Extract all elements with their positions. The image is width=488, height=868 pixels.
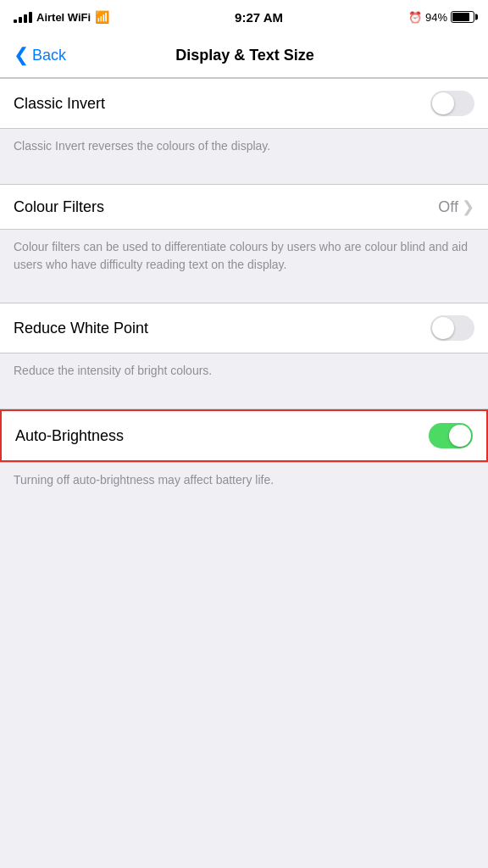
- colour-filters-description: Colour filters can be used to differenti…: [0, 230, 488, 286]
- spacer-1: [0, 167, 488, 184]
- reduce-white-point-toggle-thumb: [432, 317, 454, 339]
- classic-invert-toggle-thumb: [432, 92, 454, 114]
- alarm-icon: ⏰: [408, 11, 422, 24]
- signal-icon: [14, 12, 32, 23]
- back-chevron-icon: ❮: [14, 46, 29, 64]
- colour-filters-label: Colour Filters: [14, 198, 104, 216]
- auto-brightness-label: Auto-Brightness: [15, 427, 124, 445]
- colour-filters-status: Off: [438, 198, 458, 216]
- spacer-2: [0, 286, 488, 303]
- auto-brightness-toggle-thumb: [449, 425, 471, 447]
- classic-invert-group: Classic Invert: [0, 78, 488, 129]
- colour-filters-row[interactable]: Colour Filters Off ❯: [0, 185, 488, 229]
- spacer-3: [0, 392, 488, 409]
- reduce-white-point-section: Reduce White Point Reduce the intensity …: [0, 303, 488, 392]
- classic-invert-description: Classic Invert reverses the colours of t…: [0, 129, 488, 167]
- auto-brightness-section: Auto-Brightness Turning off auto-brightn…: [0, 409, 488, 501]
- classic-invert-section: Classic Invert Classic Invert reverses t…: [0, 78, 488, 167]
- reduce-white-point-toggle[interactable]: [430, 315, 474, 341]
- status-right: ⏰ 94%: [408, 11, 474, 24]
- reduce-white-point-group: Reduce White Point: [0, 303, 488, 353]
- classic-invert-label: Classic Invert: [14, 95, 105, 113]
- auto-brightness-group: Auto-Brightness: [0, 409, 488, 463]
- wifi-icon: 📶: [95, 10, 109, 24]
- reduce-white-point-description: Reduce the intensity of bright colours.: [0, 353, 488, 392]
- reduce-white-point-label: Reduce White Point: [14, 320, 148, 337]
- status-bar: Airtel WiFi 📶 9:27 AM ⏰ 94%: [0, 0, 488, 34]
- colour-filters-section: Colour Filters Off ❯ Colour filters can …: [0, 184, 488, 286]
- colour-filters-group: Colour Filters Off ❯: [0, 184, 488, 230]
- classic-invert-toggle[interactable]: [430, 91, 474, 116]
- back-button[interactable]: ❮ Back: [14, 47, 66, 64]
- colour-filters-chevron-icon: ❯: [462, 198, 474, 216]
- battery-icon: [451, 11, 474, 23]
- reduce-white-point-row: Reduce White Point: [0, 303, 488, 353]
- battery-percent: 94%: [425, 11, 447, 24]
- carrier-label: Airtel WiFi: [36, 11, 91, 24]
- settings-content: Classic Invert Classic Invert reverses t…: [0, 78, 488, 501]
- navigation-bar: ❮ Back Display & Text Size: [0, 34, 488, 78]
- status-left: Airtel WiFi 📶: [14, 10, 109, 24]
- colour-filters-value: Off ❯: [438, 198, 474, 216]
- page-title: Display & Text Size: [66, 47, 424, 64]
- auto-brightness-description: Turning off auto-brightness may affect b…: [0, 463, 488, 501]
- back-label: Back: [32, 47, 66, 64]
- classic-invert-row: Classic Invert: [0, 79, 488, 128]
- auto-brightness-toggle[interactable]: [429, 423, 473, 448]
- time-label: 9:27 AM: [235, 10, 283, 25]
- auto-brightness-row: Auto-Brightness: [0, 409, 488, 462]
